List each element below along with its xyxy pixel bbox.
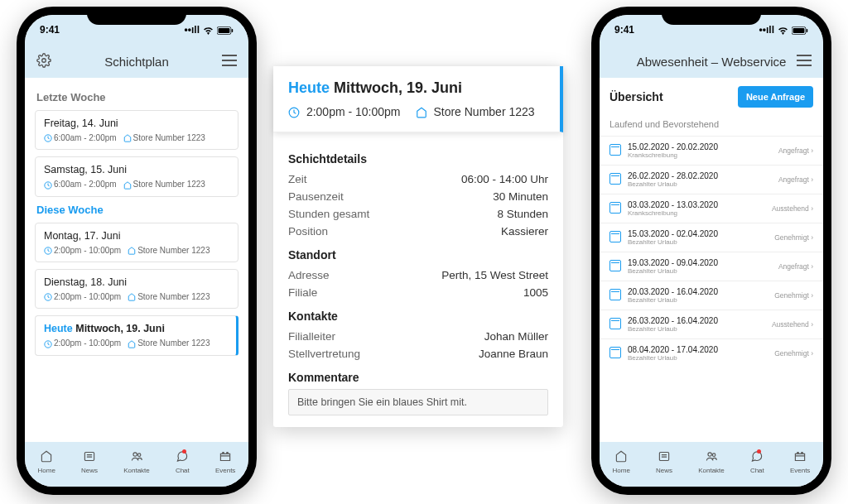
nav-events[interactable]: Events: [215, 450, 235, 474]
shift-meta: 6:00am - 2:00pm Store Number 1223: [44, 133, 229, 142]
home-icon: [128, 292, 136, 301]
svg-rect-2: [232, 29, 234, 32]
menu-icon[interactable]: [222, 55, 237, 69]
detail-today: Heute: [288, 79, 330, 96]
home-icon: [123, 133, 132, 142]
val-filiale: 1005: [523, 286, 548, 299]
section-kontakte: Kontakte: [288, 310, 548, 323]
nav-label: Kontakte: [698, 467, 725, 474]
clock-icon: [44, 133, 52, 142]
new-request-button[interactable]: Neue Anfrage: [738, 86, 813, 108]
shift-card[interactable]: Heute Mittwoch, 19. Juni 2:00pm - 10:00p…: [35, 315, 238, 355]
request-range: 15.02.2020 - 20.02.2020: [628, 142, 718, 151]
bottom-nav: Home News Kontakte Chat Events: [25, 442, 248, 487]
nav-label: News: [656, 467, 672, 474]
request-item[interactable]: 08.04.2020 - 17.04.2020 Bezahlter Urlaub…: [600, 338, 823, 367]
home-icon: [40, 450, 53, 465]
request-range: 20.03.2020 - 16.04.2020: [628, 287, 718, 296]
label-vertretung: Stellvertretung: [288, 348, 360, 360]
clock-icon: [44, 292, 52, 301]
signal-icon: ••ıll: [185, 24, 200, 36]
section-standort: Standort: [288, 248, 548, 262]
request-item[interactable]: 15.03.2020 - 02.04.2020 Bezahlter Urlaub…: [600, 223, 823, 252]
shift-card[interactable]: Samstag, 15. Juni 6:00am - 2:00pm Store …: [35, 156, 238, 196]
request-type: Krankschreibung: [628, 151, 718, 159]
request-item[interactable]: 26.03.2020 - 16.04.2020 Bezahlter Urlaub…: [600, 310, 823, 338]
nav-news[interactable]: News: [81, 450, 98, 474]
settings-icon[interactable]: [36, 53, 51, 70]
nav-news[interactable]: News: [656, 450, 672, 474]
val-zeit: 06:00 - 14:00 Uhr: [461, 173, 548, 185]
bottom-nav: Home News Kontakte Chat Events: [600, 442, 823, 487]
home-icon: [614, 450, 628, 465]
request-range: 15.03.2020 - 02.04.2020: [628, 229, 718, 238]
nav-label: Kontakte: [123, 467, 150, 474]
nav-chat[interactable]: Chat: [176, 450, 190, 474]
label-pause: Pausenzeit: [288, 190, 344, 203]
detail-header: Heute Mittwoch, 19. Juni 2:00pm - 10:00p…: [273, 66, 563, 132]
section-last-week: Letzte Woche: [36, 91, 238, 103]
nav-events[interactable]: Events: [790, 450, 810, 474]
nav-home[interactable]: Home: [38, 450, 55, 474]
shift-detail-card: Heute Mittwoch, 19. Juni 2:00pm - 10:00p…: [273, 66, 563, 427]
svg-point-29: [712, 453, 716, 456]
svg-point-15: [133, 452, 137, 455]
request-type: Bezahlter Urlaub: [628, 296, 718, 304]
page-title: Abwesenheit – Webservice: [626, 55, 797, 69]
nav-chat[interactable]: Chat: [750, 450, 764, 474]
notification-dot: [182, 449, 186, 454]
nav-home[interactable]: Home: [613, 450, 630, 474]
shift-meta: 2:00pm - 10:00pm Store Number 1223: [44, 292, 229, 301]
request-status: Genehmigt ›: [774, 291, 813, 300]
request-range: 08.04.2020 - 17.04.2020: [628, 345, 718, 354]
section-schichtdetails: Schichtdetails: [288, 152, 548, 166]
calendar-icon: [610, 260, 621, 271]
notification-dot: [757, 449, 761, 454]
svg-point-3: [42, 58, 46, 62]
home-icon: [128, 246, 136, 255]
events-icon: [793, 450, 807, 465]
calendar-icon: [610, 231, 621, 242]
request-item[interactable]: 03.03.2020 - 13.03.2020 Krankschreibung …: [600, 194, 823, 223]
shift-date: Heute Mittwoch, 19. Juni: [44, 323, 228, 334]
shift-meta: 2:00pm - 10:00pm Store Number 1223: [44, 338, 228, 348]
section-kommentare: Kommentare: [288, 371, 548, 384]
svg-rect-25: [659, 452, 668, 460]
svg-rect-20: [793, 28, 805, 33]
app-header: Schichtplan: [25, 45, 248, 78]
val-vertretung: Joanne Braun: [479, 348, 548, 360]
battery-icon: [217, 24, 234, 36]
clock-icon: [44, 338, 52, 348]
clock-icon: [44, 246, 52, 255]
calendar-icon: [610, 202, 621, 214]
home-icon: [123, 180, 132, 189]
section-this-week: Diese Woche: [36, 204, 238, 216]
request-range: 26.03.2020 - 16.04.2020: [628, 316, 718, 325]
news-icon: [83, 450, 96, 465]
val-adresse: Perth, 15 West Street: [441, 269, 548, 281]
clock-icon: [288, 105, 303, 118]
nav-label: Home: [38, 467, 55, 474]
request-item[interactable]: 19.03.2020 - 09.04.2020 Bezahlter Urlaub…: [600, 252, 823, 281]
menu-icon[interactable]: [797, 55, 812, 69]
app-header: Abwesenheit – Webservice: [600, 45, 823, 78]
shift-card[interactable]: Montag, 17. Juni 2:00pm - 10:00pm Store …: [35, 223, 238, 262]
label-position: Position: [288, 225, 328, 238]
nav-kontakte[interactable]: Kontakte: [698, 450, 725, 474]
nav-kontakte[interactable]: Kontakte: [123, 450, 150, 474]
request-status: Ausstehend ›: [772, 320, 813, 329]
shift-card[interactable]: Dienstag, 18. Juni 2:00pm - 10:00pm Stor…: [35, 269, 238, 309]
svg-rect-21: [807, 29, 808, 32]
request-item[interactable]: 20.03.2020 - 16.04.2020 Bezahlter Urlaub…: [600, 281, 823, 310]
shift-card[interactable]: Freitag, 14. Juni 6:00am - 2:00pm Store …: [35, 110, 238, 150]
phone-abwesenheit: 9:41 ••ıll Abwesenheit – Webservice Über…: [591, 7, 831, 495]
request-type: Bezahlter Urlaub: [628, 180, 718, 188]
comment-text: Bitte bringen Sie ein blaues Shirt mit.: [288, 389, 548, 415]
request-range: 19.03.2020 - 09.04.2020: [628, 258, 718, 267]
request-item[interactable]: 26.02.2020 - 28.02.2020 Bezahlter Urlaub…: [600, 165, 823, 194]
home-icon: [416, 105, 431, 118]
notch: [662, 7, 761, 25]
request-item[interactable]: 15.02.2020 - 20.02.2020 Krankschreibung …: [600, 136, 823, 165]
nav-label: News: [81, 467, 98, 474]
nav-label: Chat: [750, 467, 764, 474]
